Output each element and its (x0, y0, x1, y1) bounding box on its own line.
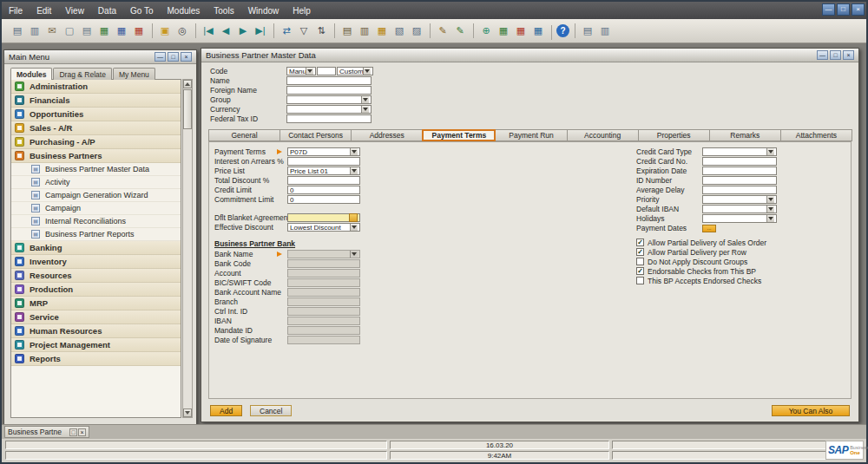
sidebar-module[interactable]: Human Resources (11, 324, 181, 338)
menu-item[interactable]: Help (286, 6, 318, 16)
form-settings-icon[interactable]: ⊕ (478, 23, 494, 39)
sidebar-module[interactable]: Business Partners (11, 149, 181, 163)
sidebar-module[interactable]: MRP (11, 297, 181, 310)
form-field[interactable] (702, 176, 777, 185)
previous-record-icon[interactable]: ◀ (218, 23, 233, 39)
checkbox-row[interactable]: ✓ Endorsable Checks from This BP (636, 266, 766, 276)
code-input[interactable] (317, 67, 336, 75)
sidebar-module[interactable]: Financials (11, 94, 181, 108)
print-preview-icon[interactable]: ▤ (10, 23, 25, 39)
sidebar-module[interactable]: Project Management (11, 338, 181, 352)
form-field[interactable] (287, 317, 360, 325)
checkbox[interactable] (636, 277, 644, 284)
bp-type-dropdown[interactable]: Customer (337, 67, 373, 75)
menu-item[interactable]: Tools (207, 6, 240, 16)
dropdown-arrow-icon[interactable] (350, 167, 358, 174)
currency-dropdown[interactable] (286, 105, 372, 114)
first-record-icon[interactable]: |◀ (201, 23, 216, 39)
minimize-icon[interactable]: — (817, 50, 828, 60)
find-icon[interactable]: ◎ (174, 23, 190, 39)
sidebar-subitem[interactable]: ▤ Campaign Generation Wizard (11, 189, 181, 202)
next-record-icon[interactable]: ▶ (235, 23, 251, 39)
payment-means-icon[interactable]: ▦ (374, 23, 390, 39)
sidebar-module[interactable]: Opportunities (11, 108, 181, 121)
cancel-button[interactable]: Cancel (250, 405, 292, 416)
checkbox-row[interactable]: ✓ Allow Partial Delivery of Sales Order (636, 238, 766, 247)
menu-item[interactable]: Go To (123, 6, 161, 16)
link-arrow-icon[interactable] (277, 149, 287, 154)
name-input[interactable] (286, 76, 372, 85)
restore-icon[interactable]: □ (168, 52, 179, 62)
refresh-record-icon[interactable]: ⇄ (279, 23, 294, 39)
dropdown-arrow-icon[interactable] (766, 215, 774, 222)
dropdown-arrow-icon[interactable] (766, 148, 774, 155)
export-word-icon[interactable]: ▦ (114, 23, 129, 39)
form-field[interactable] (702, 157, 777, 166)
form-field[interactable] (287, 326, 360, 335)
restore-icon[interactable]: □ (837, 3, 850, 16)
dropdown-arrow-icon[interactable] (361, 96, 369, 103)
base-document-icon[interactable]: ▤ (339, 23, 355, 39)
menu-item[interactable]: File (2, 6, 30, 16)
form-field[interactable] (287, 213, 360, 222)
form-field[interactable]: P07D (287, 147, 360, 156)
target-document-icon[interactable]: ▥ (357, 23, 372, 39)
foreign-name-input[interactable] (286, 86, 372, 95)
form-field[interactable] (702, 195, 777, 204)
sbo-mailer-icon[interactable]: ▤ (580, 23, 595, 39)
sidebar-module[interactable]: Sales - A/R (11, 121, 181, 135)
dropdown-arrow-icon[interactable] (363, 68, 371, 75)
alerts-icon[interactable]: ▦ (513, 23, 529, 39)
sidebar-subitem[interactable]: ▤ Business Partner Master Data (11, 163, 181, 176)
send-sms-icon[interactable]: ▢ (62, 23, 77, 39)
form-field[interactable] (287, 157, 360, 166)
dropdown-arrow-icon[interactable] (766, 206, 774, 212)
bp-tab[interactable]: Attachments (780, 129, 852, 141)
form-field[interactable] (287, 336, 360, 344)
menu-item[interactable]: Edit (30, 6, 58, 16)
checkbox-row[interactable]: ✓ Allow Partial Delivery per Row (636, 247, 766, 257)
bp-tab[interactable]: Properties (638, 129, 710, 141)
sidebar-module[interactable]: Purchasing - A/P (11, 135, 181, 149)
form-field[interactable] (287, 288, 360, 297)
main-menu-scrollbar[interactable] (182, 79, 193, 418)
menu-item[interactable]: View (58, 6, 91, 16)
menu-item[interactable]: Window (241, 6, 286, 16)
form-field[interactable] (287, 176, 360, 185)
bp-tab[interactable]: Remarks (709, 129, 781, 141)
form-field[interactable] (287, 278, 360, 287)
close-icon[interactable]: × (843, 50, 854, 60)
scroll-down-icon[interactable] (183, 408, 192, 417)
bp-tab[interactable]: Addresses (351, 129, 423, 141)
sidebar-subitem[interactable]: ▤ Business Partner Reports (11, 228, 181, 241)
form-field[interactable]: 0 (287, 186, 360, 194)
form-field[interactable] (287, 307, 360, 316)
help-icon[interactable]: ? (556, 24, 569, 37)
sidebar-subitem[interactable]: ▤ Campaign (11, 202, 181, 215)
bp-window-titlebar[interactable]: Business Partner Master Data —□× (201, 49, 858, 62)
send-fax-icon[interactable]: ▤ (79, 23, 95, 39)
link-arrow-icon[interactable] (277, 252, 287, 257)
settings-icon[interactable]: ▥ (597, 23, 613, 39)
bp-tab[interactable]: General (208, 129, 280, 141)
form-field[interactable] (702, 186, 777, 194)
main-menu-titlebar[interactable]: Main Menu —□× (4, 50, 196, 64)
bp-tab[interactable]: Accounting (567, 129, 639, 141)
form-field[interactable] (287, 250, 360, 258)
export-excel-icon[interactable]: ▦ (96, 23, 112, 39)
sort-table-icon[interactable]: ⇅ (313, 23, 329, 39)
last-record-icon[interactable]: ▶| (253, 23, 268, 39)
sidebar-subitem[interactable]: ▤ Activity (11, 176, 181, 189)
dropdown-arrow-icon[interactable] (306, 68, 313, 75)
filter-table-icon[interactable]: ▽ (296, 23, 312, 39)
dropdown-arrow-icon[interactable] (350, 251, 358, 258)
payment-dates-button[interactable]: ... (702, 225, 716, 232)
main-menu-tab[interactable]: Modules (10, 68, 52, 80)
sidebar-subitem[interactable]: ▤ Internal Reconciliations (11, 215, 181, 228)
chart-icon[interactable]: ▦ (530, 23, 546, 39)
checkbox[interactable]: ✓ (636, 267, 644, 275)
add-button[interactable]: Add (210, 405, 242, 416)
form-field[interactable] (287, 297, 360, 306)
dropdown-arrow-icon[interactable] (766, 196, 774, 203)
sidebar-module[interactable]: Resources (11, 269, 181, 283)
